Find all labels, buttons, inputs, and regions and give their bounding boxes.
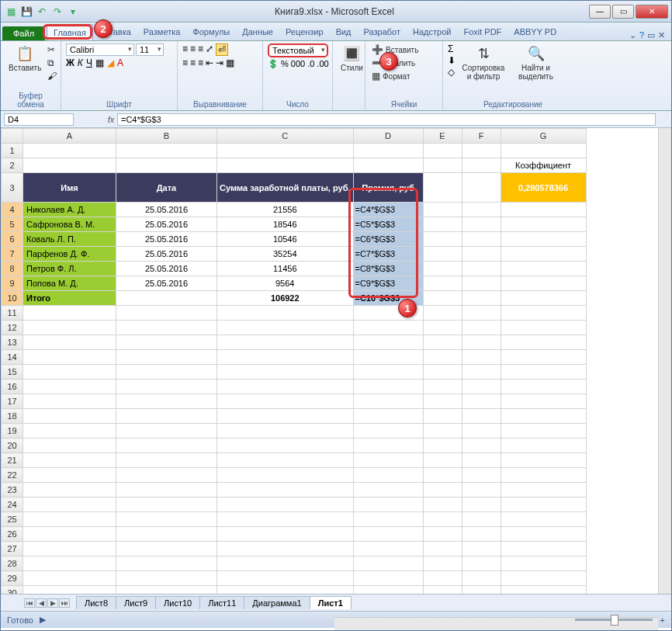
redo-icon[interactable]: ↷ [50, 5, 64, 19]
cell[interactable] [501, 556, 586, 571]
cell[interactable] [23, 409, 116, 424]
row-header-27[interactable]: 27 [2, 542, 23, 556]
cell[interactable] [217, 350, 354, 365]
cell[interactable] [116, 439, 217, 453]
col-header-C[interactable]: C [217, 129, 354, 144]
ribbon-tab-8[interactable]: Надстрой [407, 24, 457, 40]
cell[interactable] [462, 232, 501, 247]
cell[interactable] [423, 365, 462, 380]
macro-icon[interactable]: ▶ [40, 615, 46, 625]
cell[interactable] [501, 542, 586, 556]
ribbon-opts-icon[interactable]: ▭ [647, 30, 655, 40]
cell[interactable] [217, 468, 354, 483]
cell[interactable] [423, 453, 462, 468]
cell[interactable] [462, 321, 501, 335]
align-mid-button[interactable]: ≡ [190, 43, 196, 56]
undo-icon[interactable]: ↶ [35, 5, 49, 19]
cell[interactable] [423, 380, 462, 394]
cell[interactable] [116, 380, 217, 394]
wrap-button[interactable]: ⏎ [216, 43, 228, 56]
cell[interactable] [423, 512, 462, 527]
row-header-29[interactable]: 29 [2, 571, 23, 586]
cell[interactable] [353, 350, 423, 365]
font-size-dropdown[interactable]: 11 [136, 43, 164, 56]
cell[interactable] [353, 409, 423, 424]
row-header-26[interactable]: 26 [2, 527, 23, 542]
row-header-10[interactable]: 10 [2, 291, 23, 306]
border-button[interactable]: ▦ [95, 57, 104, 68]
cell[interactable] [423, 217, 462, 232]
cell[interactable] [23, 556, 116, 571]
cell[interactable] [353, 365, 423, 380]
row-header-22[interactable]: 22 [2, 468, 23, 483]
cell[interactable] [217, 439, 354, 453]
cell[interactable] [217, 571, 354, 586]
cell[interactable] [217, 527, 354, 542]
cell[interactable] [353, 158, 423, 173]
orientation-button[interactable]: ⤢ [206, 43, 213, 56]
row-header-1[interactable]: 1 [2, 144, 23, 158]
cell[interactable] [423, 439, 462, 453]
cell[interactable] [501, 498, 586, 512]
cell[interactable]: 10546 [217, 232, 354, 247]
row-header-11[interactable]: 11 [2, 306, 23, 321]
delete-cells-button[interactable]: ➖Удалить [370, 57, 417, 69]
cell[interactable] [353, 556, 423, 571]
fill-color-button[interactable]: ◢ [107, 57, 114, 68]
cell[interactable] [501, 247, 586, 262]
cell[interactable] [23, 321, 116, 335]
fill-button[interactable]: ⬇ [448, 55, 456, 66]
cell[interactable] [501, 262, 586, 276]
cell[interactable] [217, 306, 354, 321]
cell[interactable] [423, 483, 462, 498]
row-header-28[interactable]: 28 [2, 556, 23, 571]
cell[interactable] [423, 247, 462, 262]
cell[interactable]: 106922 [217, 291, 354, 306]
cell[interactable] [423, 350, 462, 365]
cell[interactable]: 25.05.2016 [116, 276, 217, 291]
cell[interactable] [353, 335, 423, 350]
cell[interactable]: Премия, руб [353, 173, 423, 203]
sheet-tab-Лист8[interactable]: Лист8 [76, 596, 116, 609]
cell[interactable] [353, 453, 423, 468]
cell[interactable] [501, 571, 586, 586]
ribbon-tab-4[interactable]: Данные [236, 24, 279, 40]
cell[interactable] [217, 335, 354, 350]
cell[interactable] [423, 173, 462, 203]
cell[interactable] [462, 380, 501, 394]
maximize-button[interactable]: ▭ [612, 5, 634, 19]
cell[interactable] [116, 512, 217, 527]
cell[interactable] [353, 512, 423, 527]
cell[interactable] [501, 232, 586, 247]
cell[interactable] [217, 483, 354, 498]
row-header-12[interactable]: 12 [2, 321, 23, 335]
cell[interactable] [23, 158, 116, 173]
row-header-25[interactable]: 25 [2, 512, 23, 527]
cell[interactable]: Коваль Л. П. [23, 232, 116, 247]
ribbon-tab-3[interactable]: Формулы [186, 24, 236, 40]
cell[interactable]: =C4*$G$3 [353, 203, 423, 217]
row-header-4[interactable]: 4 [2, 203, 23, 217]
worksheet-grid[interactable]: ABCDEFG12Коэффициент3ИмяДатаСумма зарабо… [1, 128, 671, 594]
cell[interactable]: Николаев А. Д. [23, 203, 116, 217]
ribbon-tab-5[interactable]: Рецензир [279, 24, 330, 40]
paste-button[interactable]: 📋Вставить [5, 43, 44, 74]
row-header-18[interactable]: 18 [2, 409, 23, 424]
cell[interactable]: Парфенов Д. Ф. [23, 247, 116, 262]
cell[interactable] [423, 468, 462, 483]
align-left-button[interactable]: ≡ [182, 57, 188, 68]
cell[interactable] [353, 306, 423, 321]
cell[interactable] [423, 586, 462, 595]
row-header-8[interactable]: 8 [2, 262, 23, 276]
cell[interactable] [462, 203, 501, 217]
cell[interactable] [462, 173, 501, 203]
cell[interactable]: =C9*$G$3 [353, 276, 423, 291]
cell[interactable] [462, 424, 501, 439]
row-header-9[interactable]: 9 [2, 276, 23, 291]
cell[interactable] [423, 203, 462, 217]
cell[interactable] [116, 453, 217, 468]
cell[interactable] [217, 380, 354, 394]
cell[interactable]: Попова М. Д. [23, 276, 116, 291]
cell[interactable] [423, 409, 462, 424]
row-header-7[interactable]: 7 [2, 247, 23, 262]
